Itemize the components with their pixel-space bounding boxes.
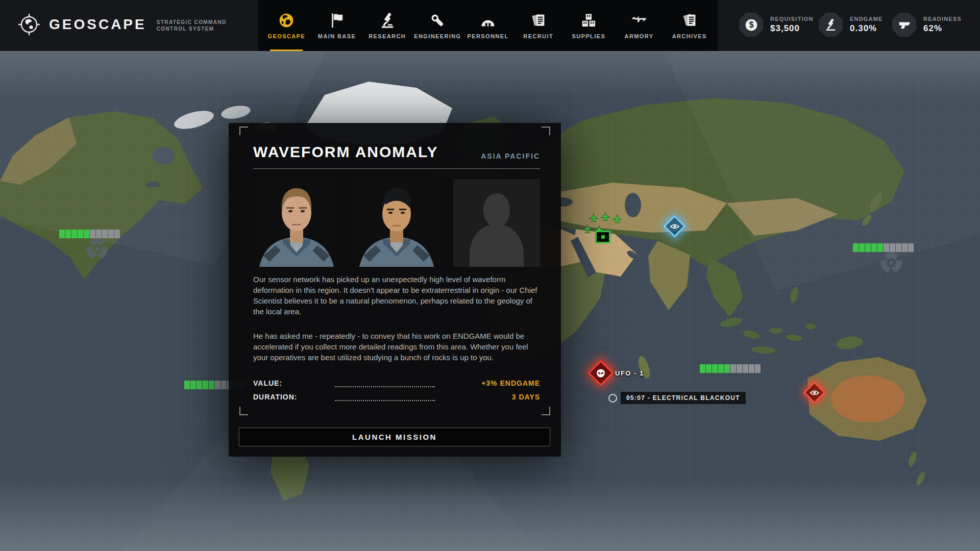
jet-icon [601,212,610,222]
description-paragraph-1: Our sensor network has picked up an unex… [253,274,540,317]
title-divider [253,168,540,169]
progress-square [853,243,859,252]
main-nav: GEOSCAPE MAIN BASE RESEARCH [261,0,715,51]
progress-square [84,230,89,238]
operative-portrait [353,179,440,267]
empty-silhouette [453,179,540,267]
progress-square [59,230,65,238]
nav-tab-geoscape[interactable]: GEOSCAPE [261,0,312,51]
stat-value: 0.30% [850,23,883,34]
stat-label: ENDGAME [850,16,883,22]
description-paragraph-2: He has asked me - repeatedly - to convey… [253,331,540,363]
mission-title: WAVEFORM ANOMALY [253,143,438,161]
progress-square [65,230,71,238]
jet-icon [589,213,598,223]
radiation-icon [86,238,108,260]
wrench-icon [429,12,446,29]
operative-portrait [253,179,340,267]
mission-description: Our sensor network has picked up an unex… [253,274,540,363]
progress-square [221,381,227,389]
endgame-badge [819,13,843,37]
progress-square [902,243,908,252]
launch-mission-button[interactable]: LAUNCH MISSION [239,428,550,446]
ufo-label: UFO - 1 [615,369,644,377]
app-logo: GEOSCAPE STRATEGIC COMMAND CONTROL SYSTE… [17,13,227,36]
mission-value-row: VALUE: +3% ENDGAME [253,378,540,387]
progress-square [700,364,705,373]
stat-endgame: ENDGAME 0.30% [819,13,883,37]
progress-square [96,230,102,238]
progress-square [108,230,114,238]
progress-square [90,230,95,238]
progress-square [724,364,730,373]
progress-square [78,230,83,238]
dollar-icon: $ [745,18,758,32]
jet-icon [583,224,592,234]
region-progress-bar [700,364,761,373]
globe-crosshair-icon [17,13,41,36]
eye-icon [670,223,679,230]
nav-tab-recruit[interactable]: RECRUIT [513,0,564,51]
mission-panel: WAVEFORM ANOMALY ASIA PACIFIC [229,123,561,457]
event-dot-icon [608,394,617,403]
corner-bracket [542,407,550,415]
progress-square [884,243,889,252]
nav-tab-armory[interactable]: ARMORY [614,0,665,51]
duration-label: DURATION: [253,393,335,401]
value-amount: +3% ENDGAME [435,379,540,387]
squad-slot-empty[interactable] [453,179,540,267]
rifle-icon [631,12,647,29]
dotted-leader [335,380,435,387]
nav-tab-main-base[interactable]: MAIN BASE [312,0,362,51]
progress-square [908,243,914,252]
microscope-icon [824,18,837,31]
progress-square [871,243,877,252]
base-marker-core [601,235,605,239]
progress-square [215,381,220,389]
progress-square [712,364,718,373]
progress-square [706,364,712,373]
globe-icon [278,12,295,29]
event-notification[interactable]: 05:07 - ELECTRICAL BLACKOUT [608,392,746,404]
nav-tab-engineering[interactable]: ENGINEERING [412,0,463,51]
alien-head-icon [596,368,606,378]
squad-portrait-1[interactable] [253,179,340,267]
documents-icon [530,12,547,29]
progress-square [184,381,190,389]
progress-square [877,243,883,252]
mission-duration-row: DURATION: 3 DAYS [253,392,540,401]
radiation-icon [880,252,902,274]
nav-tab-research[interactable]: RESEARCH [362,0,412,51]
progress-square [859,243,865,252]
progress-square [197,381,202,389]
corner-bracket [239,127,248,135]
progress-square [737,364,742,373]
nav-tab-personnel[interactable]: PERSONNEL [463,0,513,51]
corner-bracket [542,127,550,135]
base-marker[interactable] [595,231,610,243]
stat-requisition: $ REQUISITION $3,500 [739,13,814,37]
eye-icon [810,389,819,396]
app-title: GEOSCAPE [49,16,146,33]
squad-portrait-2[interactable] [353,179,440,267]
flag-icon [329,12,345,29]
value-label: VALUE: [253,379,335,387]
stat-label: REQUISITION [770,16,814,22]
nav-tab-archives[interactable]: ARCHIVES [664,0,715,51]
requisition-badge: $ [739,13,763,37]
progress-square [890,243,895,252]
microscope-icon [379,12,396,29]
progress-square [865,243,871,252]
bunker-icon [480,12,496,29]
crates-icon [580,12,597,29]
svg-text:$: $ [749,20,753,29]
nav-tab-supplies[interactable]: SUPPLIES [564,0,614,51]
mission-region: ASIA PACIFIC [481,152,540,160]
progress-square [71,230,77,238]
stat-value: $3,500 [770,23,814,34]
progress-square [114,230,120,238]
progress-square [755,364,761,373]
event-label: 05:07 - ELECTRICAL BLACKOUT [621,392,746,404]
progress-square [190,381,196,389]
progress-square [209,381,214,389]
